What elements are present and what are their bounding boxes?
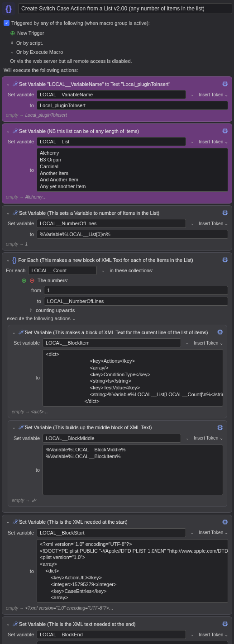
action-title: Set Variable (This builds up the middle … bbox=[25, 425, 215, 430]
variable-name-input[interactable] bbox=[43, 338, 181, 347]
label: to bbox=[6, 568, 34, 574]
action-title: Set Variable "LOCAL__VariableName" to Te… bbox=[19, 81, 220, 87]
to-input[interactable] bbox=[44, 297, 228, 306]
result-preview: empty → ↲² bbox=[12, 498, 223, 503]
insert-token-button[interactable]: Insert Token ⌄ bbox=[199, 92, 228, 97]
insert-token-button[interactable]: Insert Token ⌄ bbox=[194, 341, 223, 346]
updown-icon[interactable]: ⇕ bbox=[29, 308, 33, 313]
action-set-variable[interactable]: ⌄ 𝒳 Set Variable (This is the XML text n… bbox=[2, 616, 232, 644]
chevron-down-icon[interactable]: ⌄ bbox=[189, 139, 196, 144]
insert-token-button[interactable]: Insert Token ⌄ bbox=[199, 221, 228, 226]
variable-value-input[interactable] bbox=[37, 230, 228, 239]
variable-name-input[interactable] bbox=[37, 630, 186, 639]
chevron-down-icon[interactable]: ⌄ bbox=[189, 632, 196, 637]
action-for-each[interactable]: ⌄ {} For Each (This makes a new block of… bbox=[2, 252, 232, 513]
gear-icon[interactable]: ⚙ bbox=[222, 80, 228, 88]
result-preview: empty → <dict>… bbox=[12, 409, 223, 414]
chevron-down-icon[interactable]: ⌄ bbox=[12, 330, 16, 335]
loop-variable-input[interactable] bbox=[28, 266, 97, 275]
gear-icon[interactable]: ⚙ bbox=[217, 328, 223, 336]
add-collection-button[interactable]: ⊕ bbox=[21, 277, 27, 284]
insert-token-button[interactable]: Insert Token ⌄ bbox=[199, 139, 228, 144]
variable-icon: 𝒳 bbox=[12, 620, 17, 628]
gear-icon[interactable]: ⚙ bbox=[222, 256, 228, 264]
chevron-down-icon[interactable]: ⌄ bbox=[100, 268, 107, 273]
label: to bbox=[6, 232, 34, 237]
insert-token-button[interactable]: Insert Token ⌄ bbox=[194, 436, 223, 440]
variable-value-input[interactable]: %Variable%LOCAL__BlockMiddle% %Variable%… bbox=[43, 445, 223, 495]
gear-icon[interactable]: ⚙ bbox=[222, 208, 228, 217]
triggered-checkbox[interactable]: ✓ bbox=[4, 20, 10, 26]
variable-name-input[interactable] bbox=[37, 90, 186, 99]
action-title: Set Variable (NB this list can be of any… bbox=[19, 128, 220, 134]
variable-name-input[interactable] bbox=[37, 137, 186, 146]
action-title: Set Variable (This is the XML needed at … bbox=[19, 519, 220, 525]
chevron-down-icon[interactable]: ⌄ bbox=[189, 530, 196, 535]
action-title: For Each (This makes a new block of XML … bbox=[18, 257, 220, 263]
or-by-execute-macro[interactable]: ⌄ Or by Execute Macro bbox=[2, 47, 232, 57]
label: from bbox=[29, 288, 41, 293]
result-preview: empty → Local_pluginToInsert bbox=[6, 113, 228, 118]
label: in these collections: bbox=[110, 268, 153, 273]
counting-label: counting upwards bbox=[36, 308, 75, 313]
action-set-variable[interactable]: ⌄ 𝒳 Set Variable (This makes a block of … bbox=[8, 325, 227, 418]
chevron-down-icon[interactable]: ⌄ bbox=[184, 436, 191, 440]
variable-value-input[interactable]: </array> <key>MacroActionType</key> <str… bbox=[37, 641, 228, 644]
gear-icon[interactable]: ⚙ bbox=[222, 620, 228, 628]
variable-icon: 𝒳 bbox=[18, 329, 23, 336]
variable-icon: 𝒳 bbox=[12, 518, 17, 526]
variable-name-input[interactable] bbox=[37, 219, 186, 228]
variable-name-input[interactable] bbox=[43, 434, 181, 443]
variable-value-input[interactable] bbox=[37, 101, 228, 110]
action-set-variable[interactable]: ⌄ 𝒳 Set Variable (This builds up the mid… bbox=[8, 420, 227, 507]
chevron-down-icon[interactable]: ⌄ bbox=[6, 82, 10, 86]
variable-name-input[interactable] bbox=[37, 528, 186, 537]
chevron-down-icon[interactable]: ⌄ bbox=[6, 211, 10, 215]
variable-value-input[interactable]: Alchemy B3 Organ Cardinal Another Item A… bbox=[37, 148, 228, 192]
label: Set variable bbox=[6, 92, 34, 97]
variable-icon: 𝒳 bbox=[18, 424, 23, 431]
result-preview: empty → Alchemy… bbox=[6, 194, 228, 199]
label: to bbox=[12, 467, 40, 473]
action-set-variable[interactable]: ⌄ 𝒳 Set Variable "LOCAL__VariableName" t… bbox=[2, 76, 232, 122]
chevron-down-icon[interactable]: ⌄ bbox=[6, 129, 10, 133]
label: Set variable bbox=[6, 530, 34, 535]
chevron-down-icon[interactable]: ⌄ bbox=[6, 622, 10, 626]
label: Set variable bbox=[6, 632, 34, 637]
execute-following-label: execute the following actions ⌄ bbox=[6, 313, 228, 322]
chevron-down-icon[interactable]: ⌄ bbox=[72, 317, 76, 321]
insert-token-button[interactable]: Insert Token ⌄ bbox=[199, 530, 228, 535]
remove-collection-button[interactable]: ⊖ bbox=[29, 277, 35, 284]
chevron-down-icon[interactable]: ⌄ bbox=[12, 425, 16, 430]
label: Set variable bbox=[6, 221, 34, 226]
chevron-down-icon[interactable]: ⌄ bbox=[6, 258, 10, 262]
action-title: Set Variable (This makes a block of XML … bbox=[25, 330, 215, 335]
variable-icon: 𝒳 bbox=[12, 128, 17, 135]
updown-icon: ⇕ bbox=[10, 41, 14, 45]
macro-title-input[interactable] bbox=[18, 3, 232, 14]
result-preview: empty → 1 bbox=[6, 242, 228, 246]
variable-value-input[interactable]: <dict> <key>Actions</key> <array/> <key>… bbox=[43, 349, 223, 407]
action-title: Set Variable (This is the XML text neede… bbox=[19, 621, 220, 627]
label: Set variable bbox=[12, 436, 40, 441]
variable-icon: 𝒳 bbox=[12, 209, 17, 217]
label: to bbox=[29, 298, 41, 304]
chevron-down-icon[interactable]: ⌄ bbox=[6, 520, 10, 524]
label: Set variable bbox=[6, 139, 34, 144]
gear-icon[interactable]: ⚙ bbox=[222, 127, 228, 135]
gear-icon[interactable]: ⚙ bbox=[217, 423, 223, 432]
or-by-script[interactable]: ⇕ Or by script. bbox=[2, 38, 232, 47]
variable-value-input[interactable]: <?xml version="1.0" encoding="UTF-8"?> <… bbox=[37, 539, 228, 603]
gear-icon[interactable]: ⚙ bbox=[222, 518, 228, 526]
chevron-down-icon[interactable]: ⌄ bbox=[189, 221, 196, 226]
label: to bbox=[6, 103, 34, 108]
action-set-variable[interactable]: ⌄ 𝒳 Set Variable (This sets a Variable t… bbox=[2, 205, 232, 251]
from-input[interactable] bbox=[44, 286, 228, 295]
chevron-down-icon[interactable]: ⌄ bbox=[189, 92, 196, 97]
new-trigger-button[interactable]: ⊕ New Trigger bbox=[2, 28, 232, 38]
action-set-variable[interactable]: ⌄ 𝒳 Set Variable (NB this list can be of… bbox=[2, 123, 232, 204]
insert-token-button[interactable]: Insert Token ⌄ bbox=[199, 632, 228, 637]
chevron-down-icon[interactable]: ⌄ bbox=[184, 341, 191, 345]
action-set-variable[interactable]: ⌄ 𝒳 Set Variable (This is the XML needed… bbox=[2, 515, 232, 615]
label: The numbers: bbox=[38, 278, 68, 283]
